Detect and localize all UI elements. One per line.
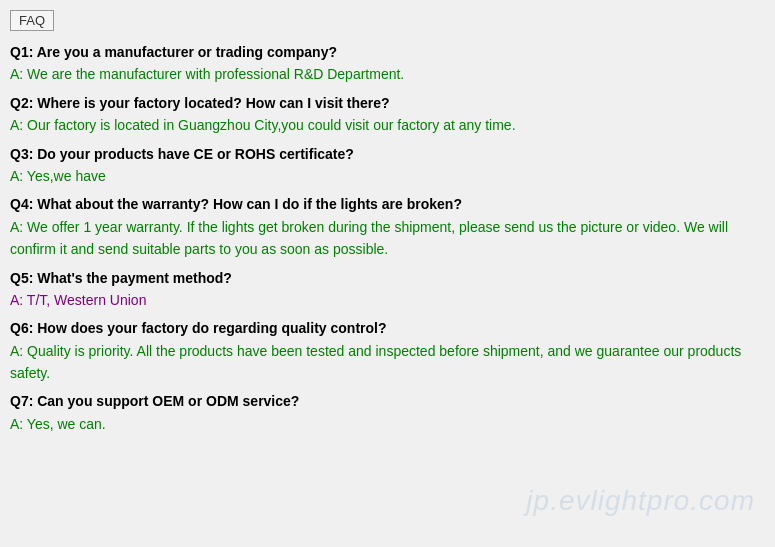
qa-block-4: Q4: What about the warranty? How can I d… xyxy=(10,193,765,260)
qa-block-7: Q7: Can you support OEM or ODM service? … xyxy=(10,390,765,435)
faq-content: Q1: Are you a manufacturer or trading co… xyxy=(0,41,775,451)
question-2: Q2: Where is your factory located? How c… xyxy=(10,92,765,114)
qa-block-1: Q1: Are you a manufacturer or trading co… xyxy=(10,41,765,86)
question-5: Q5: What's the payment method? xyxy=(10,267,765,289)
answer-2: A: Our factory is located in Guangzhou C… xyxy=(10,114,765,136)
qa-block-2: Q2: Where is your factory located? How c… xyxy=(10,92,765,137)
question-6: Q6: How does your factory do regarding q… xyxy=(10,317,765,339)
answer-5: A: T/T, Western Union xyxy=(10,289,765,311)
qa-block-5: Q5: What's the payment method? A: T/T, W… xyxy=(10,267,765,312)
question-1: Q1: Are you a manufacturer or trading co… xyxy=(10,41,765,63)
answer-7: A: Yes, we can. xyxy=(10,413,765,435)
question-4: Q4: What about the warranty? How can I d… xyxy=(10,193,765,215)
question-3: Q3: Do your products have CE or ROHS cer… xyxy=(10,143,765,165)
faq-tag-label: FAQ xyxy=(10,10,54,31)
answer-1: A: We are the manufacturer with professi… xyxy=(10,63,765,85)
answer-3: A: Yes,we have xyxy=(10,165,765,187)
qa-block-6: Q6: How does your factory do regarding q… xyxy=(10,317,765,384)
watermark: jp.evlightpro.com xyxy=(526,485,755,517)
answer-6: A: Quality is priority. All the products… xyxy=(10,340,765,385)
question-7: Q7: Can you support OEM or ODM service? xyxy=(10,390,765,412)
answer-4: A: We offer 1 year warranty. If the ligh… xyxy=(10,216,765,261)
qa-block-3: Q3: Do your products have CE or ROHS cer… xyxy=(10,143,765,188)
